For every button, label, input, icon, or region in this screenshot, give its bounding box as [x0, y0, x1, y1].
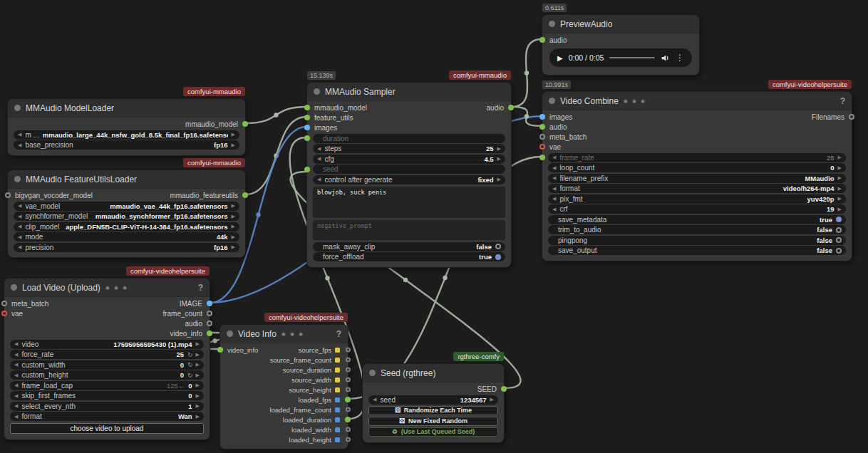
increment-arrow-icon[interactable]: ▶ [196, 341, 200, 347]
output-slot-dot-audio[interactable] [207, 321, 212, 326]
select-every-nth-widget[interactable]: ◀select_every_nth1▶ [10, 402, 204, 411]
link-midpoint-dot-7[interactable] [403, 278, 408, 282]
loop-count-widget[interactable]: ◀loop_count0▶ [548, 163, 846, 172]
decrement-arrow-icon[interactable]: ◀ [552, 207, 556, 212]
precision-widget[interactable]: ◀precisionfp16▶ [14, 243, 239, 252]
collapse-dot[interactable] [314, 88, 320, 95]
collapse-dot[interactable] [369, 370, 376, 376]
node-titlebar[interactable]: Video Info◉ ◉ ◉? [220, 325, 348, 343]
increment-arrow-icon[interactable]: ▶ [196, 362, 200, 368]
skip-first-frames-widget[interactable]: ◀skip_first_frames0▶ [10, 391, 204, 400]
increment-arrow-icon[interactable]: ▶ [196, 382, 200, 388]
volume-icon[interactable] [661, 53, 670, 63]
decrement-arrow-icon[interactable]: ◀ [552, 165, 556, 171]
frame-load-cap-widget[interactable]: ◀frame_load_cap125←0▶ [10, 381, 204, 390]
increment-arrow-icon[interactable]: ▶ [196, 393, 200, 399]
output-slot-dot-video-info[interactable] [207, 330, 212, 336]
increment-arrow-icon[interactable]: ▶ [838, 186, 842, 192]
seed-widget[interactable]: ◀seed1234567▶ [368, 395, 498, 405]
duration-widget[interactable]: duration [313, 134, 505, 143]
increment-arrow-icon[interactable]: ▶ [232, 203, 235, 209]
increment-arrow-icon[interactable]: ▶ [196, 414, 200, 420]
decrement-arrow-icon[interactable]: ◀ [18, 244, 21, 250]
node-video-combine[interactable]: 10.991scomfyui-videohelpersuiteVideo Com… [542, 91, 852, 261]
m-widget[interactable]: ◀m ...mmaudio_large_44k_nsfw_gold_8.5k_f… [14, 130, 239, 140]
increment-arrow-icon[interactable]: ▶ [838, 196, 842, 202]
collapse-dot[interactable] [549, 21, 555, 27]
increment-arrow-icon[interactable]: ▶ [196, 403, 200, 409]
decrement-arrow-icon[interactable]: ◀ [552, 186, 556, 192]
output-slot-dot-mmaudio-featureutils[interactable] [242, 192, 248, 198]
increment-arrow-icon[interactable]: ▶ [838, 155, 842, 160]
synchformer-model-widget[interactable]: ◀synchformer_modelmmaudio_synchformer_fp… [14, 212, 239, 221]
increment-arrow-icon[interactable]: ▶ [232, 234, 235, 240]
video-widget[interactable]: ◀video17595956595430 (1).mp4▶ [10, 340, 204, 349]
output-slot-dot-source-width[interactable] [346, 378, 351, 382]
use-last-queued-seed-button[interactable]: ♻(Use Last Queued Seed) [368, 427, 498, 437]
input-slot-dot-bigvgan-vocoder-model[interactable] [5, 192, 11, 198]
widget-input-dot[interactable] [539, 155, 545, 160]
decrement-arrow-icon[interactable]: ◀ [14, 341, 18, 347]
mask-away-clip-toggle[interactable]: mask_away_clipfalse [313, 242, 505, 251]
toggle-knob[interactable] [836, 237, 842, 243]
reset-icon[interactable]: ↻ [187, 361, 193, 368]
toggle-knob[interactable] [836, 227, 842, 233]
decrement-arrow-icon[interactable]: ◀ [18, 142, 21, 148]
frame-rate-widget[interactable]: ◀frame_rate25▶ [548, 153, 846, 162]
output-slot-dot-loaded-width[interactable] [346, 427, 351, 432]
play-button[interactable]: ▶ [557, 54, 563, 62]
output-slot-dot-image[interactable] [207, 301, 212, 306]
node-titlebar[interactable]: MMAudio ModelLoader [8, 99, 245, 118]
decrement-arrow-icon[interactable]: ◀ [18, 132, 21, 137]
output-slot-dot-source-fps[interactable] [346, 348, 351, 353]
seek-bar[interactable] [609, 57, 655, 58]
toggle-knob[interactable] [836, 217, 842, 222]
help-icon[interactable]: ? [198, 283, 203, 293]
node-titlebar[interactable]: PreviewAudio [542, 15, 699, 33]
node-preview-audio[interactable]: 0.611sPreviewAudioaudio▶0:00 / 0:05⋮ [542, 14, 700, 76]
base-precision-widget[interactable]: ◀base_precisionfp16▶ [14, 140, 239, 150]
node-titlebar[interactable]: Seed (rgthree) [363, 364, 504, 382]
output-slot-dot-frame-count[interactable] [207, 311, 212, 316]
audio-player[interactable]: ▶0:00 / 0:05⋮ [549, 48, 692, 67]
node-titlebar[interactable]: MMAudio FeatureUtilsLoader [8, 170, 245, 189]
input-slot-dot-mmaudio-model[interactable] [304, 105, 310, 110]
node-mmaudio-sampler[interactable]: 15.139scomfyui-mmaudioMMAudio Samplermma… [306, 82, 512, 268]
input-slot-dot-feature-utils[interactable] [304, 115, 310, 120]
format-widget[interactable]: ◀formatvideo/h264-mp4▶ [548, 184, 846, 193]
save-metadata-toggle[interactable]: save_metadatatrue [548, 215, 846, 224]
link-midpoint-dot-0[interactable] [274, 113, 278, 117]
decrement-arrow-icon[interactable]: ◀ [317, 177, 321, 182]
toggle-knob[interactable] [495, 244, 501, 249]
widget-input-dot[interactable] [304, 167, 310, 172]
collapse-dot[interactable] [14, 105, 21, 111]
increment-arrow-icon[interactable]: ▶ [232, 132, 235, 137]
node-seed-rgthree[interactable]: rgthree-comfySeed (rgthree)SEED◀seed1234… [362, 363, 505, 443]
randomize-each-time-button[interactable]: ⚄Randomize Each Time [368, 406, 498, 415]
toggle-knob[interactable] [495, 254, 501, 260]
trim-to-audio-toggle[interactable]: trim_to_audiofalse [548, 225, 846, 234]
link-midpoint-dot-4[interactable] [212, 338, 217, 343]
output-slot-dot-mmaudio-model[interactable] [242, 121, 248, 127]
collapse-dot[interactable] [14, 176, 21, 182]
collapse-dot[interactable] [227, 330, 233, 337]
decrement-arrow-icon[interactable]: ◀ [18, 234, 21, 240]
increment-arrow-icon[interactable]: ▶ [838, 175, 842, 181]
decrement-arrow-icon[interactable]: ◀ [317, 146, 321, 152]
node-feature-utils-loader[interactable]: comfyui-mmaudioMMAudio FeatureUtilsLoade… [7, 170, 246, 258]
filename-prefix-widget[interactable]: ◀filename_prefixMMaudio▶ [548, 174, 846, 183]
increment-arrow-icon[interactable]: ▶ [497, 177, 501, 182]
input-slot-dot-images[interactable] [304, 125, 310, 130]
output-slot-dot-loaded-height[interactable] [346, 437, 351, 442]
collapse-dot[interactable] [11, 284, 17, 291]
node-titlebar[interactable]: Video Combine◉ ◉ ◉? [542, 92, 852, 110]
save-output-toggle[interactable]: save_outputfalse [548, 246, 846, 255]
decrement-arrow-icon[interactable]: ◀ [14, 382, 18, 388]
input-slot-dot-vae[interactable] [1, 311, 7, 316]
custom-height-widget[interactable]: ◀custom_height0↻▶ [10, 370, 204, 380]
decrement-arrow-icon[interactable]: ◀ [552, 196, 556, 202]
node-titlebar[interactable]: MMAudio Sampler [307, 83, 511, 101]
format-widget[interactable]: ◀formatWan▶ [10, 412, 204, 421]
node-titlebar[interactable]: Load Video (Upload)◉ ◉ ◉? [4, 278, 210, 297]
clip-model-widget[interactable]: ◀clip_modelapple_DFN5B-CLIP-ViT-H-14-384… [14, 222, 239, 231]
